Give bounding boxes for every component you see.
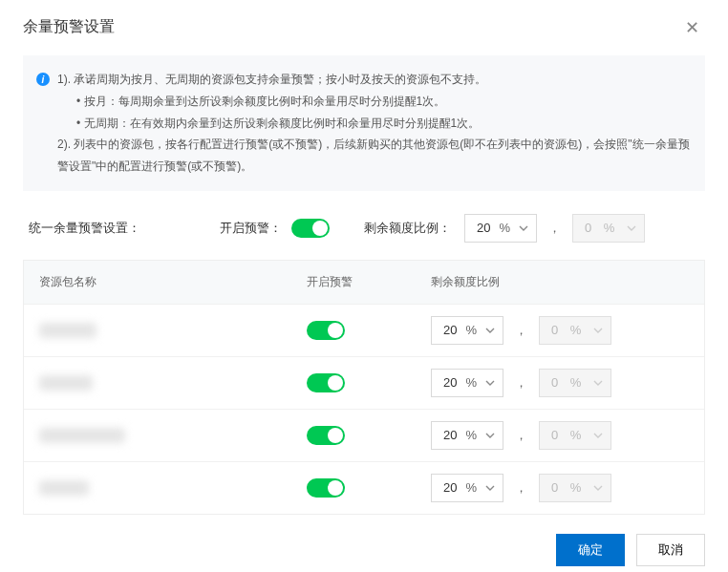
cell-name: xxxx	[39, 375, 307, 391]
cell-ratio: 20 % ， 0 %	[431, 474, 689, 502]
row-ratio-group: 20 % ， 0 %	[431, 369, 689, 397]
select-value: 20	[443, 323, 457, 337]
chevron-down-icon	[485, 485, 495, 491]
resource-name-blurred: xxxx	[39, 375, 93, 391]
uniform-ratio-select-2: 0 %	[572, 214, 645, 243]
cell-toggle	[307, 478, 431, 498]
chevron-down-icon	[485, 328, 495, 333]
ratio-label: 剩余额度比例：	[364, 220, 451, 237]
select-unit: %	[499, 221, 510, 235]
chevron-down-icon	[519, 225, 528, 231]
select-value: 0	[551, 375, 558, 390]
comma: ，	[548, 220, 561, 237]
chevron-down-icon	[593, 380, 603, 386]
modal-title: 余量预警设置	[23, 17, 115, 37]
uniform-ratio-select-1[interactable]: 20 %	[464, 214, 537, 243]
chevron-down-icon	[593, 485, 603, 491]
table-row: xxxx 20 % ， 0 %	[24, 461, 704, 514]
row-ratio-select-2: 0 %	[539, 474, 611, 502]
row-ratio-select-2: 0 %	[539, 421, 611, 450]
select-value: 20	[443, 428, 457, 442]
table-row: xxxx 20 % ， 0 %	[24, 409, 704, 461]
comma: ，	[515, 427, 527, 444]
info-icon: i	[36, 73, 50, 86]
select-unit: %	[465, 323, 477, 337]
select-unit: %	[465, 428, 477, 442]
select-value: 0	[551, 480, 558, 495]
info-sub2: • 无周期：在有效期内余量到达所设剩余额度比例时和余量用尽时分别提醒1次。	[57, 113, 690, 135]
resource-name-blurred: xxxx	[39, 480, 89, 496]
info-sub1: • 按月：每周期余量到达所设剩余额度比例时和余量用尽时分别提醒1次。	[57, 91, 690, 113]
ok-button[interactable]: 确定	[556, 534, 625, 566]
close-icon[interactable]: ✕	[679, 17, 705, 38]
select-unit: %	[465, 375, 477, 390]
table-body: xxxx 20 % ， 0 % xxxx	[24, 304, 704, 514]
select-unit: %	[604, 221, 615, 235]
th-toggle: 开启预警	[307, 274, 431, 290]
uniform-toggle[interactable]	[291, 219, 330, 238]
select-unit: %	[570, 375, 582, 390]
info-content: 1). 承诺周期为按月、无周期的资源包支持余量预警；按小时及按天的资源包不支持。…	[57, 69, 690, 178]
cell-name: xxxx	[39, 428, 307, 443]
select-value: 20	[443, 480, 457, 495]
enable-label: 开启预警：	[220, 220, 282, 237]
row-ratio-select-1[interactable]: 20 %	[431, 369, 503, 397]
uniform-label: 统一余量预警设置：	[29, 220, 220, 237]
select-value: 0	[551, 323, 558, 337]
comma: ，	[515, 479, 527, 497]
info-line2: 2). 列表中的资源包，按各行配置进行预警(或不预警)，后续新购买的其他资源包(…	[57, 134, 690, 178]
chevron-down-icon	[593, 328, 603, 333]
row-ratio-select-1[interactable]: 20 %	[431, 421, 503, 450]
table-row: xxxx 20 % ， 0 %	[24, 356, 704, 409]
table-row: xxxx 20 % ， 0 %	[24, 304, 704, 356]
select-unit: %	[570, 428, 582, 442]
row-ratio-group: 20 % ， 0 %	[431, 316, 689, 345]
chevron-down-icon	[485, 380, 495, 386]
select-value: 20	[443, 375, 457, 390]
select-value: 0	[551, 428, 558, 442]
chevron-down-icon	[593, 433, 603, 438]
row-ratio-select-1[interactable]: 20 %	[431, 474, 503, 502]
table-header: 资源包名称 开启预警 剩余额度比例	[24, 261, 704, 304]
row-toggle[interactable]	[307, 426, 345, 445]
row-toggle[interactable]	[307, 478, 345, 498]
cell-ratio: 20 % ， 0 %	[431, 369, 689, 397]
resource-name-blurred: xxxx	[39, 323, 96, 338]
modal: 余量预警设置 ✕ i 1). 承诺周期为按月、无周期的资源包支持余量预警；按小时…	[0, 0, 728, 572]
chevron-down-icon	[627, 225, 636, 231]
modal-header: 余量预警设置 ✕	[0, 0, 728, 50]
row-toggle[interactable]	[307, 321, 345, 340]
th-name: 资源包名称	[39, 274, 307, 290]
modal-footer: 确定 取消	[0, 515, 728, 572]
info-box: i 1). 承诺周期为按月、无周期的资源包支持余量预警；按小时及按天的资源包不支…	[23, 55, 705, 191]
row-toggle[interactable]	[307, 373, 345, 392]
select-unit: %	[465, 480, 477, 495]
cancel-button[interactable]: 取消	[636, 534, 705, 566]
info-line1: 1). 承诺周期为按月、无周期的资源包支持余量预警；按小时及按天的资源包不支持。	[57, 69, 690, 91]
cell-ratio: 20 % ， 0 %	[431, 316, 689, 345]
cell-name: xxxx	[39, 323, 307, 338]
select-unit: %	[570, 323, 582, 337]
chevron-down-icon	[485, 433, 495, 438]
uniform-setting-row: 统一余量预警设置： 开启预警： 剩余额度比例： 20 % ， 0 %	[0, 206, 728, 260]
th-ratio: 剩余额度比例	[431, 274, 689, 290]
select-value: 0	[585, 221, 591, 235]
row-ratio-group: 20 % ， 0 %	[431, 474, 689, 502]
row-ratio-group: 20 % ， 0 %	[431, 421, 689, 450]
cell-toggle	[307, 321, 431, 340]
row-ratio-select-1[interactable]: 20 %	[431, 316, 503, 345]
comma: ，	[515, 374, 527, 392]
cell-ratio: 20 % ， 0 %	[431, 421, 689, 450]
row-ratio-select-2: 0 %	[539, 316, 611, 345]
select-value: 20	[477, 221, 490, 235]
select-unit: %	[570, 480, 582, 495]
resource-name-blurred: xxxx	[39, 428, 125, 443]
row-ratio-select-2: 0 %	[539, 369, 611, 397]
resource-table: 资源包名称 开启预警 剩余额度比例 xxxx 20 % ， 0 %	[23, 260, 705, 515]
cell-name: xxxx	[39, 480, 307, 496]
cell-toggle	[307, 426, 431, 445]
uniform-ratio-group: 20 % ， 0 %	[464, 214, 645, 243]
cell-toggle	[307, 373, 431, 392]
comma: ，	[515, 322, 527, 339]
